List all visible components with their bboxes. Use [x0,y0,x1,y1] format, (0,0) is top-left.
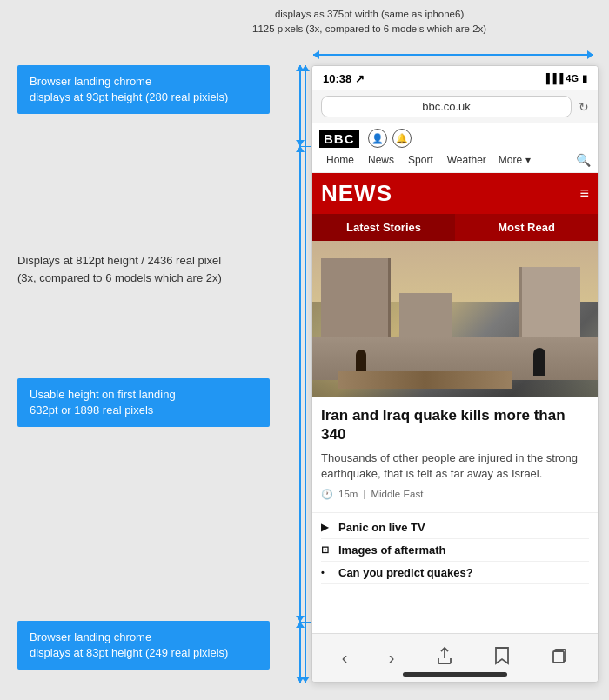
news-title: NEWS [321,180,392,207]
tabs-button[interactable] [551,647,568,669]
url-bar: bbc.co.uk ↻ [312,90,598,123]
browser-chrome-bottom-line2: displays at 83pt height (249 real pixiel… [30,646,228,659]
article-region: Middle East [371,489,423,499]
width-arrow [313,54,593,56]
battery-icon: ▮ [582,73,587,84]
usable-height-line2: 632pt or 1898 real pixels [30,403,153,417]
status-time: 10:38 ↗ [323,72,365,85]
usable-height-annotation: Usable height on first landing 632pt or … [17,378,270,427]
bbc-header: BBC 👤 🔔 Home News Sport Weather More ▾ 🔍 [312,123,598,173]
status-icons: ▐▐▐ 4G ▮ [543,73,587,84]
forward-button[interactable]: › [389,648,395,668]
svg-rect-0 [553,651,564,663]
signal-icon: ▐▐▐ 4G [543,73,579,83]
bookmarks-button[interactable] [494,646,510,670]
bbc-nav: Home News Sport Weather More ▾ 🔍 [319,151,591,169]
url-input[interactable]: bbc.co.uk [321,96,572,117]
middle-annotation: Displays at 812pt height / 2436 real pix… [17,252,270,286]
news-red-header: NEWS ≡ [312,173,598,214]
browser-chrome-top-line2: displays at 93pt height (280 real pixiel… [30,90,228,103]
related-item-1[interactable]: ⊡ Images of aftermath [321,539,589,562]
bottom-chrome-arrow [299,622,301,683]
clock-icon: 🕐 [321,489,333,500]
meta-separator: | [363,489,365,499]
browser-chrome-bottom-line1: Browser landing chrome [30,630,151,643]
home-indicator [403,672,507,677]
browser-chrome-bottom-annotation: Browser landing chrome displays at 83pt … [17,621,270,670]
reload-button[interactable]: ↻ [579,100,589,114]
hamburger-menu-icon[interactable]: ≡ [579,184,589,203]
full-height-arrow [304,65,306,683]
top-annotation: displays as 375pt width (same as iphone6… [252,7,486,37]
nav-item-more[interactable]: More ▾ [493,151,536,169]
nav-item-sport[interactable]: Sport [401,151,440,169]
article-content: Iran and Iraq quake kills more than 340 … [312,397,598,512]
tab-latest-stories-label: Latest Stories [346,221,421,234]
nav-item-weather[interactable]: Weather [440,151,493,169]
bbc-account-icon[interactable]: 👤 [368,129,387,148]
phone-mockup: 10:38 ↗ ▐▐▐ 4G ▮ bbc.co.uk ↻ BBC 👤 🔔 Hom… [311,65,599,683]
article-headline: Iran and Iraq quake kills more than 340 [321,406,589,444]
image-icon: ⊡ [321,544,333,556]
article-meta: 🕐 15m | Middle East [321,489,589,500]
usable-height-arrow [299,146,301,622]
related-text-0: Panic on live TV [338,521,425,534]
nav-search-icon[interactable]: 🔍 [576,153,591,167]
tab-most-read-label: Most Read [498,221,555,234]
news-tabs: Latest Stories Most Read [312,214,598,241]
status-bar: 10:38 ↗ ▐▐▐ 4G ▮ [312,66,598,90]
related-text-2: Can you predict quakes? [338,566,473,579]
top-annotation-line2: 1125 pixels (3x, compared to 6 models wh… [252,23,486,34]
nav-item-home[interactable]: Home [319,151,361,169]
share-button[interactable] [436,646,453,670]
top-annotation-line1: displays as 375pt width (same as iphone6… [275,9,464,19]
middle-annotation-line1: Displays at 812pt height / 2436 real pix… [17,254,221,267]
tab-most-read[interactable]: Most Read [455,214,598,241]
bottom-nav-bar: ‹ › [312,633,598,682]
usable-height-line1: Usable height on first landing [30,388,176,401]
back-button[interactable]: ‹ [342,648,348,668]
related-item-2[interactable]: • Can you predict quakes? [321,562,589,584]
related-item-0[interactable]: ▶ Panic on live TV [321,517,589,539]
browser-chrome-top-annotation: Browser landing chrome displays at 93pt … [17,65,270,114]
nav-item-news[interactable]: News [361,151,401,169]
article-time: 15m [338,489,358,499]
related-links: ▶ Panic on live TV ⊡ Images of aftermath… [312,512,598,591]
bullet-icon: • [321,567,333,577]
more-arrow: ▾ [525,154,531,166]
url-text: bbc.co.uk [422,100,471,113]
related-text-1: Images of aftermath [338,543,446,557]
bbc-icons: 👤 🔔 [368,129,412,148]
middle-annotation-line2: (3x, compared to 6 models which are 2x) [17,271,222,284]
bbc-notifications-icon[interactable]: 🔔 [392,129,412,148]
article-image [312,241,598,397]
article-summary: Thousands of other people are injured in… [321,450,589,482]
browser-chrome-top-line1: Browser landing chrome [30,75,151,88]
bbc-logo[interactable]: BBC [319,130,359,148]
play-icon: ▶ [321,522,333,533]
top-chrome-arrow [299,65,301,146]
tab-latest-stories[interactable]: Latest Stories [312,214,455,241]
bbc-logo-row: BBC 👤 🔔 [319,129,591,148]
